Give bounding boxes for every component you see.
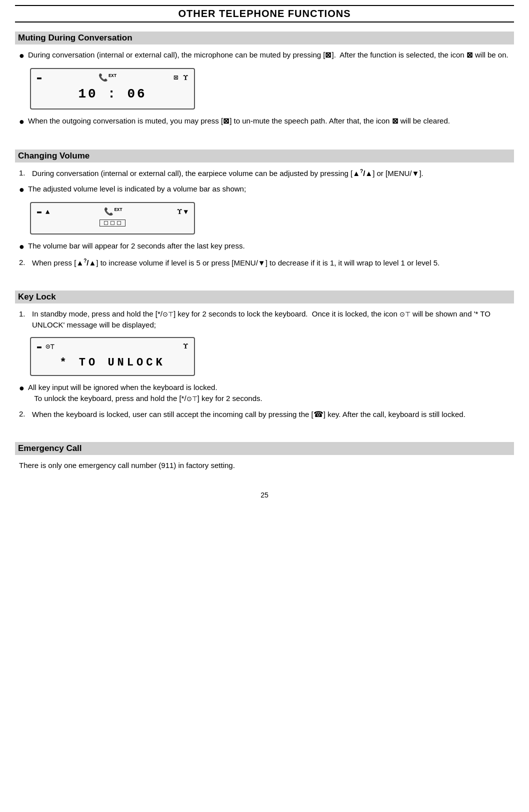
down-arrow-icon: ▼ bbox=[184, 208, 188, 216]
muting-text-2: When the outgoing conversation is muted,… bbox=[28, 116, 514, 127]
volume-text-4: When press [▲?/▲] to increase volume if … bbox=[32, 257, 514, 269]
up-arrow-icon: ▲ bbox=[46, 208, 50, 216]
number-4: 2. bbox=[19, 408, 32, 420]
phone-icon: 📞EXT bbox=[98, 73, 116, 82]
keylock-item-1: 1. In standby mode, press and hold the [… bbox=[15, 308, 514, 331]
display-muting: ▬ 📞EXT ⊠ 𝚼 10 : 06 bbox=[30, 68, 195, 110]
display-volume: ▬ ▲ 📞EXT 𝚼 ▼ bbox=[30, 202, 195, 234]
volume-item-1: 1. During conversation (internal or exte… bbox=[15, 168, 514, 180]
battery-icon: ▬ bbox=[37, 74, 42, 82]
display-bar-row bbox=[37, 218, 188, 228]
bullet-icon-3: ● bbox=[19, 184, 28, 196]
battery-icon-2: ▬ bbox=[37, 208, 42, 216]
muting-text-1: During conversation (internal or externa… bbox=[28, 50, 514, 61]
keylock-text-2: All key input will be ignored when the k… bbox=[28, 382, 514, 404]
display-top-row-muting: ▬ 📞EXT ⊠ 𝚼 bbox=[37, 73, 188, 82]
key-lock-icon: ⊙⊤ bbox=[46, 342, 54, 352]
bullet-icon-4: ● bbox=[19, 240, 28, 253]
volume-item-2: 2. When press [▲?/▲] to increase volume … bbox=[15, 257, 514, 269]
page-title: OTHER TELEPHONE FUNCTIONS bbox=[15, 5, 514, 22]
volume-text-3: The volume bar will appear for 2 seconds… bbox=[28, 240, 514, 252]
display-unlock-text: * TO UNLOCK bbox=[37, 354, 188, 370]
display-time: 10 : 06 bbox=[37, 84, 188, 104]
muting-bullet-1: ● During conversation (internal or exter… bbox=[15, 50, 514, 62]
phone-icon-2: 📞EXT bbox=[104, 207, 122, 216]
bullet-icon-1: ● bbox=[19, 50, 28, 62]
keylock-bullet-1: ● All key input will be ignored when the… bbox=[15, 382, 514, 404]
section-keylock-header: Key Lock bbox=[15, 290, 514, 304]
display-volume-top-row: ▬ ▲ 📞EXT 𝚼 ▼ bbox=[37, 207, 188, 216]
volume-bar-display bbox=[100, 220, 126, 226]
display-icons-left: ▬ bbox=[37, 74, 42, 82]
number-2: 2. bbox=[19, 257, 32, 268]
display-keylock-top: ▬ ⊙⊤ 𝚼 bbox=[37, 342, 188, 352]
section-emergency-header: Emergency Call bbox=[15, 442, 514, 455]
volume-text-2: The adjusted volume level is indicated b… bbox=[28, 184, 514, 195]
battery-icon-3: ▬ bbox=[37, 342, 42, 351]
volume-text-1: During conversation (internal or externa… bbox=[32, 168, 514, 180]
vol-bar-2 bbox=[110, 221, 114, 225]
volume-bullet-1: ● The adjusted volume level is indicated… bbox=[15, 184, 514, 196]
keylock-text-3: When the keyboard is locked, user can st… bbox=[32, 408, 514, 420]
bullet-icon-5: ● bbox=[19, 382, 28, 394]
number-1: 1. bbox=[19, 168, 32, 179]
display-keylock: ▬ ⊙⊤ 𝚼 * TO UNLOCK bbox=[30, 337, 195, 376]
mute-icon: ⊠ bbox=[174, 73, 178, 82]
emergency-text: There is only one emergency call number … bbox=[15, 460, 514, 472]
section-muting-header: Muting During Conversation bbox=[15, 32, 514, 44]
muting-bullet-2: ● When the outgoing conversation is mute… bbox=[15, 116, 514, 128]
vol-bar-1 bbox=[104, 221, 108, 225]
volume-bullet-2: ● The volume bar will appear for 2 secon… bbox=[15, 240, 514, 253]
antenna-icon-3: 𝚼 bbox=[183, 342, 188, 351]
page-number: 25 bbox=[15, 491, 514, 499]
display-icons-right: ⊠ 𝚼 bbox=[174, 73, 188, 82]
number-3: 1. bbox=[19, 308, 32, 320]
antenna-icon-2: 𝚼 bbox=[177, 208, 182, 216]
display-icons-mid: 📞EXT bbox=[98, 73, 116, 82]
section-volume-header: Changing Volume bbox=[15, 150, 514, 162]
keylock-item-2: 2. When the keyboard is locked, user can… bbox=[15, 408, 514, 420]
vol-bar-3 bbox=[117, 221, 121, 225]
emergency-description: There is only one emergency call number … bbox=[19, 460, 514, 472]
bullet-icon-2: ● bbox=[19, 116, 28, 128]
keylock-text-1: In standby mode, press and hold the [*/⊙… bbox=[32, 308, 514, 331]
antenna-icon: 𝚼 bbox=[183, 74, 188, 82]
